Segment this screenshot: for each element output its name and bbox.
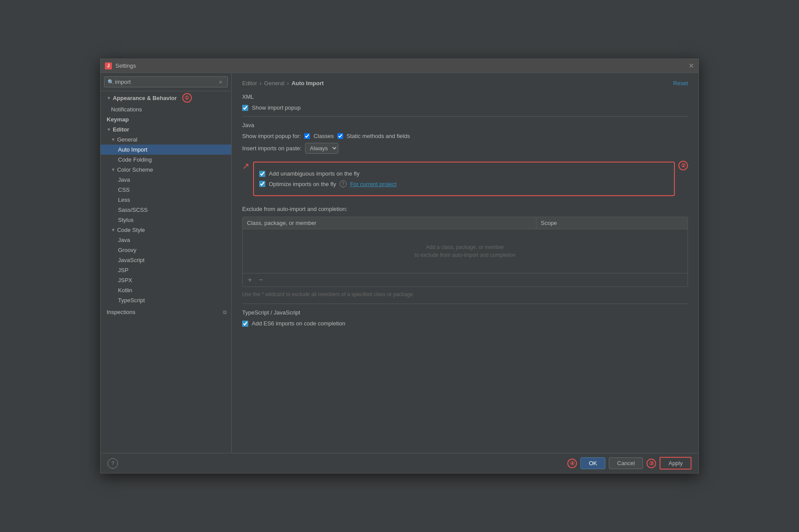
insert-imports-label: Insert imports on paste: bbox=[242, 145, 302, 152]
apply-button[interactable]: Apply bbox=[660, 457, 691, 470]
static-methods-label: Static methods and fields bbox=[347, 133, 410, 139]
sidebar-item-kotlin[interactable]: Kotlin bbox=[101, 285, 231, 295]
search-clear-icon[interactable]: ✕ bbox=[219, 79, 222, 85]
classes-checkbox[interactable] bbox=[304, 133, 310, 139]
add-es6-checkbox[interactable] bbox=[242, 321, 248, 327]
remove-exclude-button[interactable]: − bbox=[257, 275, 264, 285]
add-exclude-button[interactable]: + bbox=[246, 275, 254, 285]
sidebar-item-label: General bbox=[117, 136, 137, 143]
breadcrumb-editor: Editor bbox=[242, 80, 257, 86]
java-section-label: Java bbox=[242, 122, 688, 128]
annotation-badge-3: ③ bbox=[646, 459, 656, 468]
sidebar-item-label: CSS bbox=[118, 187, 130, 193]
sidebar-item-label: Java bbox=[118, 176, 130, 183]
add-es6-row: Add ES6 imports on code completion bbox=[242, 320, 688, 327]
bottom-bar: ? ④ OK Cancel ③ Apply bbox=[101, 453, 698, 473]
sidebar-item-keymap[interactable]: Keymap bbox=[101, 114, 231, 124]
show-import-popup-java-label: Show import popup for: bbox=[242, 133, 301, 139]
sidebar-item-label: Appearance & Behavior bbox=[113, 95, 177, 101]
help-button[interactable]: ? bbox=[108, 458, 118, 469]
sidebar-item-css[interactable]: CSS bbox=[101, 185, 231, 195]
reset-link[interactable]: Reset bbox=[673, 80, 688, 86]
exclude-table: Class, package, or member Scope Add a cl… bbox=[242, 217, 688, 287]
sidebar-item-sass[interactable]: Sass/SCSS bbox=[101, 205, 231, 215]
expand-icon: ▼ bbox=[111, 167, 115, 172]
exclude-empty-state: Add a class, package, or member to exclu… bbox=[243, 229, 688, 273]
dialog-body: 🔍 ✕ ▼ Appearance & Behavior ① Notificati… bbox=[101, 73, 698, 453]
exclude-actions: + − bbox=[243, 273, 688, 287]
annotation-badge-1: ① bbox=[182, 93, 192, 103]
sidebar-item-groovy[interactable]: Groovy bbox=[101, 245, 231, 255]
sidebar-item-less[interactable]: Less bbox=[101, 195, 231, 205]
show-import-popup-xml-checkbox[interactable] bbox=[242, 105, 248, 111]
main-content: Editor › General › Auto Import Reset XML… bbox=[232, 73, 698, 453]
sidebar-item-label: JSPX bbox=[118, 277, 132, 283]
sidebar-item-label: Stylus bbox=[118, 217, 133, 223]
sidebar-item-editor[interactable]: ▼ Editor bbox=[101, 124, 231, 135]
sidebar-item-label: Code Folding bbox=[118, 156, 152, 163]
sidebar-item-code-style[interactable]: ▼ Code Style bbox=[101, 225, 231, 235]
sidebar-item-label: Kotlin bbox=[118, 287, 132, 294]
add-es6-label: Add ES6 imports on code completion bbox=[252, 320, 345, 327]
sidebar-item-java-color[interactable]: Java bbox=[101, 175, 231, 185]
sidebar-item-label: Less bbox=[118, 197, 130, 203]
classes-label: Classes bbox=[313, 133, 333, 139]
sidebar-item-jsp[interactable]: JSP bbox=[101, 265, 231, 275]
for-current-project-link[interactable]: For current project bbox=[350, 181, 396, 187]
sidebar-item-label: JavaScript bbox=[118, 257, 145, 263]
insert-imports-dropdown[interactable]: Always Ask Never bbox=[305, 143, 338, 154]
add-unambiguous-label: Add unambiguous imports on the fly bbox=[269, 170, 359, 177]
show-import-popup-java-row: Show import popup for: Classes Static me… bbox=[242, 133, 688, 139]
ok-button[interactable]: OK bbox=[580, 457, 605, 469]
sidebar-item-label: Groovy bbox=[118, 247, 136, 253]
sidebar-item-jspx[interactable]: JSPX bbox=[101, 275, 231, 285]
add-unambiguous-checkbox[interactable] bbox=[259, 171, 265, 177]
sidebar-item-label: Inspections bbox=[107, 309, 135, 315]
sidebar-item-label: TypeScript bbox=[118, 297, 145, 304]
exclude-empty-line1: Add a class, package, or member bbox=[426, 244, 504, 250]
expand-icon: ▼ bbox=[107, 96, 111, 100]
sidebar-item-notifications[interactable]: Notifications bbox=[101, 104, 231, 114]
search-input[interactable] bbox=[104, 76, 228, 87]
exclude-section-label: Exclude from auto-import and completion: bbox=[242, 206, 688, 212]
sidebar-item-appearance[interactable]: ▼ Appearance & Behavior ① bbox=[101, 91, 231, 104]
title-bar: J Settings ✕ bbox=[101, 59, 698, 73]
sidebar-item-stylus[interactable]: Stylus bbox=[101, 215, 231, 225]
sidebar: 🔍 ✕ ▼ Appearance & Behavior ① Notificati… bbox=[101, 73, 232, 453]
close-button[interactable]: ✕ bbox=[688, 62, 694, 70]
show-import-popup-xml-row: Show import popup bbox=[242, 104, 688, 111]
info-icon[interactable]: ? bbox=[340, 180, 347, 187]
sidebar-item-javascript[interactable]: JavaScript bbox=[101, 255, 231, 265]
sidebar-item-label: Color Scheme bbox=[117, 166, 153, 173]
divider-1 bbox=[242, 116, 688, 117]
sidebar-item-label: Keymap bbox=[107, 116, 129, 123]
inspections-icon: ⧉ bbox=[223, 309, 227, 315]
sidebar-item-java-style[interactable]: Java bbox=[101, 235, 231, 245]
exclude-col-class-header: Class, package, or member bbox=[243, 217, 536, 229]
breadcrumb-auto-import: Auto Import bbox=[292, 80, 324, 86]
annotation-badge-4: ④ bbox=[567, 459, 577, 468]
sidebar-item-label: Sass/SCSS bbox=[118, 207, 148, 213]
sidebar-item-label: Code Style bbox=[117, 227, 145, 233]
sidebar-item-general[interactable]: ▼ General bbox=[101, 135, 231, 145]
sidebar-item-typescript[interactable]: TypeScript bbox=[101, 295, 231, 305]
exclude-table-header: Class, package, or member Scope bbox=[243, 217, 688, 229]
optimize-imports-checkbox[interactable] bbox=[259, 181, 265, 187]
cancel-button[interactable]: Cancel bbox=[609, 457, 643, 469]
app-icon: J bbox=[105, 62, 112, 69]
annotation-arrow: ↗ bbox=[242, 161, 250, 171]
annotation-badge-2: ② bbox=[678, 161, 688, 170]
static-methods-checkbox[interactable] bbox=[337, 133, 343, 139]
sidebar-item-inspections[interactable]: Inspections ⧉ bbox=[101, 307, 231, 317]
breadcrumb-general: General bbox=[264, 80, 284, 86]
optimize-imports-row: Optimize imports on the fly ? For curren… bbox=[259, 180, 669, 187]
sidebar-item-auto-import[interactable]: Auto Import bbox=[101, 145, 231, 155]
sidebar-item-label: Auto Import bbox=[118, 146, 147, 153]
sidebar-item-label: Notifications bbox=[111, 106, 142, 113]
expand-icon: ▼ bbox=[111, 228, 115, 232]
exclude-empty-line2: to exclude from auto-import and completi… bbox=[415, 252, 516, 258]
sidebar-item-code-folding[interactable]: Code Folding bbox=[101, 155, 231, 165]
sidebar-item-color-scheme[interactable]: ▼ Color Scheme bbox=[101, 165, 231, 175]
typescript-section-label: TypeScript / JavaScript bbox=[242, 309, 688, 316]
settings-dialog: J Settings ✕ 🔍 ✕ ▼ Appearance & Behavior… bbox=[100, 59, 699, 473]
